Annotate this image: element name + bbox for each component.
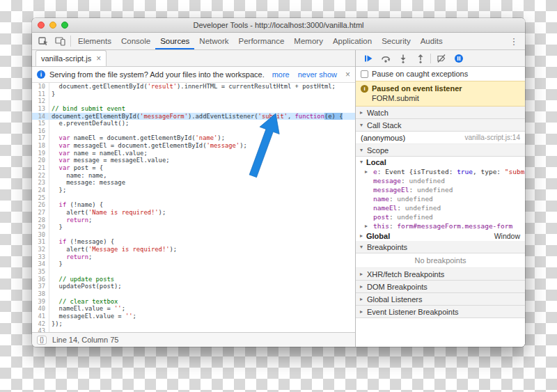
line-number[interactable]: 31 [32, 238, 49, 246]
line-number[interactable]: 41 [32, 313, 49, 320]
scope-section-header[interactable]: ▾ Scope [356, 144, 525, 157]
tab-console[interactable]: Console [116, 33, 155, 49]
line-number[interactable]: 34 [32, 260, 49, 268]
file-tab-label: vanilla-script.js [41, 54, 91, 63]
section-title: Event Listener Breakpoints [367, 308, 458, 316]
tab-security[interactable]: Security [377, 33, 416, 49]
step-into-button[interactable] [394, 51, 411, 66]
code-text [49, 327, 52, 332]
scope-variable-this[interactable]: ▸this: form#messageForm.message-form [356, 221, 525, 230]
code-token: 'message' [206, 142, 240, 149]
close-icon[interactable]: × [345, 70, 350, 79]
line-number[interactable]: 20 [32, 157, 49, 164]
line-number[interactable]: 22 [32, 172, 49, 180]
line-number[interactable]: 26 [32, 201, 49, 209]
line-number[interactable]: 10 [32, 83, 49, 91]
scope-variable-messageEl[interactable]: messageEl: undefined [356, 185, 525, 194]
device-toolbar-icon[interactable] [52, 33, 68, 49]
tab-application[interactable]: Application [328, 33, 377, 49]
scope-variable-message[interactable]: message: undefined [356, 176, 525, 185]
scope-variable-post[interactable]: post: undefined [356, 212, 525, 221]
line-number[interactable]: 36 [32, 276, 49, 283]
call-stack-frame[interactable]: (anonymous)vanilla-script.js:14 [356, 132, 525, 144]
code-text: }; [49, 187, 66, 194]
more-link[interactable]: more [272, 70, 290, 79]
line-number[interactable]: 24 [32, 187, 49, 194]
code-text: // bind submit event [49, 105, 125, 113]
line-number[interactable]: 32 [32, 246, 49, 253]
devtools-window: Developer Tools - http://localhost:3000/… [32, 18, 525, 347]
watch-section-title: Watch [367, 109, 389, 117]
step-out-button[interactable] [411, 51, 429, 66]
code-text: } [49, 260, 63, 268]
zoom-window-button[interactable] [61, 22, 68, 29]
code-text: document.getElementById('result').innerH… [49, 83, 336, 91]
pause-on-caught-checkbox[interactable] [361, 70, 368, 78]
pretty-print-button[interactable]: {} [37, 336, 47, 345]
tab-memory[interactable]: Memory [289, 33, 328, 49]
tab-performance[interactable]: Performance [234, 33, 290, 49]
line-number[interactable]: 23 [32, 179, 49, 187]
close-window-button[interactable] [38, 22, 45, 29]
tab-elements[interactable]: Elements [73, 33, 116, 49]
line-number[interactable]: 21 [32, 164, 49, 172]
scope-variable-name[interactable]: name: undefined [356, 194, 525, 203]
line-number[interactable]: 39 [32, 298, 49, 306]
deactivate-breakpoints-button[interactable] [432, 51, 450, 66]
line-number[interactable]: 27 [32, 209, 49, 217]
never-show-link[interactable]: never show [298, 70, 337, 79]
line-number[interactable]: 38 [32, 290, 49, 298]
traffic-lights [38, 22, 68, 29]
line-number[interactable]: 11 [32, 91, 49, 98]
line-number[interactable]: 40 [32, 305, 49, 313]
scope-global-title: Global [366, 232, 390, 240]
line-number[interactable]: 16 [32, 127, 49, 135]
line-number[interactable]: 17 [32, 134, 49, 142]
section-header-event-listener-breakpoints[interactable]: ▸Event Listener Breakpoints [356, 306, 525, 318]
line-number[interactable]: 37 [32, 283, 49, 290]
tab-network[interactable]: Network [194, 33, 233, 49]
line-number[interactable]: 35 [32, 268, 49, 276]
code-token: ); [170, 246, 178, 253]
line-number[interactable]: 19 [32, 150, 49, 157]
file-tab-vanilla-script[interactable]: vanilla-script.js × [36, 50, 107, 66]
section-header-dom-breakpoints[interactable]: ▸DOM Breakpoints [356, 281, 525, 293]
call-stack-section-header[interactable]: ▾ Call Stack [356, 119, 525, 132]
resume-script-button[interactable] [359, 51, 377, 66]
code-line-37: 37 updatePost(post); [32, 283, 355, 290]
line-number[interactable]: 14 [32, 113, 49, 120]
scope-variable-nameEl[interactable]: nameEl: undefined [356, 203, 525, 212]
line-number[interactable]: 30 [32, 231, 49, 239]
step-over-button[interactable] [377, 51, 394, 66]
pause-on-exceptions-button[interactable] [450, 51, 467, 66]
minimize-window-button[interactable] [49, 22, 56, 29]
code-editor[interactable]: 10 document.getElementById('result').inn… [32, 83, 355, 332]
watch-section-header[interactable]: ▸ Watch [356, 107, 525, 119]
line-number[interactable]: 25 [32, 194, 49, 202]
line-number[interactable]: 43 [32, 327, 49, 332]
inspect-element-icon[interactable] [35, 33, 52, 49]
line-number[interactable]: 33 [32, 253, 49, 261]
line-number[interactable]: 29 [32, 224, 49, 231]
paused-banner-title: Paused on event listener [372, 84, 462, 93]
line-number[interactable]: 42 [32, 320, 49, 328]
titlebar[interactable]: Developer Tools - http://localhost:3000/… [32, 18, 525, 33]
line-number[interactable]: 28 [32, 217, 49, 224]
pause-on-caught-row[interactable]: Pause on caught exceptions [356, 67, 525, 81]
tab-sources[interactable]: Sources [155, 33, 194, 49]
line-number[interactable]: 18 [32, 142, 49, 150]
code-line-14: 14document.getElementById('messageForm')… [32, 113, 355, 120]
breakpoints-section-header[interactable]: ▾ Breakpoints [356, 241, 525, 253]
line-number[interactable]: 12 [32, 97, 49, 105]
line-number[interactable]: 13 [32, 105, 49, 113]
more-options-icon[interactable]: ⋮ [505, 33, 522, 49]
tab-audits[interactable]: Audits [416, 33, 448, 49]
code-token: messageEl = document.getElementById( [70, 142, 206, 149]
scope-local-header[interactable]: ▾ Local [356, 157, 525, 167]
close-icon[interactable]: × [96, 55, 101, 62]
line-number[interactable]: 15 [32, 120, 49, 127]
scope-global-header[interactable]: ▸ Global Window [356, 230, 525, 241]
section-header-xhr-fetch-breakpoints[interactable]: ▸XHR/fetch Breakpoints [356, 268, 525, 281]
section-header-global-listeners[interactable]: ▸Global Listeners [356, 293, 525, 306]
scope-variable-e[interactable]: ▸e: Event {isTrusted: true, type: "submi… [356, 167, 525, 176]
